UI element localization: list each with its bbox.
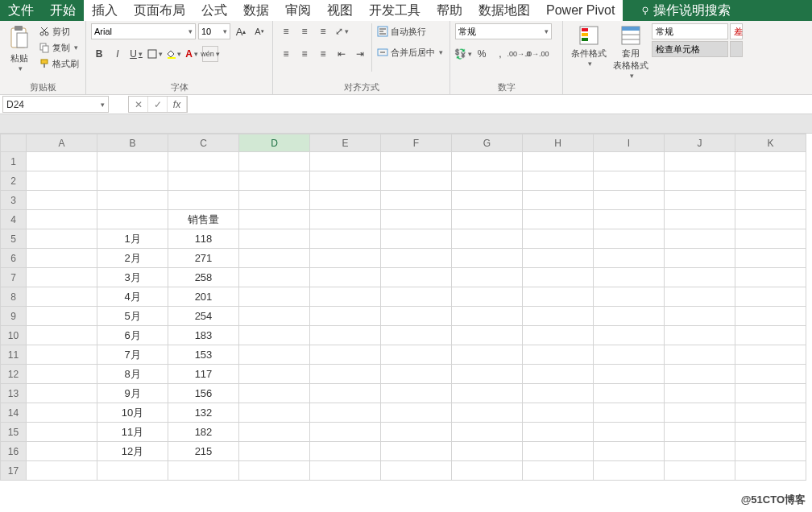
select-all-corner[interactable] (1, 134, 27, 152)
cell-E7[interactable] (310, 268, 381, 287)
menu-file[interactable]: 文件 (0, 0, 42, 21)
cell-B8[interactable]: 4月 (97, 287, 168, 307)
cell-B3[interactable] (97, 191, 168, 210)
increase-font-icon[interactable]: A▴ (233, 23, 249, 39)
cell-F4[interactable] (381, 210, 452, 229)
cell-F8[interactable] (381, 287, 452, 307)
cell-F13[interactable] (381, 384, 452, 403)
cell-B4[interactable] (97, 210, 168, 229)
number-format-combo[interactable]: 常规▾ (455, 23, 552, 39)
cell-F10[interactable] (381, 326, 452, 345)
cell-J2[interactable] (665, 171, 735, 191)
cell-C1[interactable] (168, 152, 239, 171)
cell-E17[interactable] (310, 461, 381, 481)
col-header-A[interactable]: A (27, 134, 97, 152)
name-box[interactable]: D24 ▾ (2, 96, 109, 113)
border-button[interactable]: ▾ (147, 46, 163, 62)
paste-button[interactable]: 粘贴 ▾ (5, 23, 34, 74)
cell-C5[interactable]: 118 (168, 229, 239, 249)
cell-F3[interactable] (381, 191, 452, 210)
cell-B6[interactable]: 2月 (97, 249, 168, 268)
row-header-13[interactable]: 13 (1, 384, 27, 403)
cell-H11[interactable] (523, 345, 594, 365)
percent-icon[interactable]: % (474, 46, 490, 62)
cell-J15[interactable] (665, 423, 735, 442)
cell-E8[interactable] (310, 287, 381, 307)
cell-I3[interactable] (594, 191, 665, 210)
row-header-2[interactable]: 2 (1, 171, 27, 191)
cell-A3[interactable] (27, 191, 97, 210)
cell-H8[interactable] (523, 287, 594, 307)
cell-D17[interactable] (239, 461, 310, 481)
cell-J4[interactable] (665, 210, 735, 229)
cell-K6[interactable] (735, 249, 806, 268)
cell-H3[interactable] (523, 191, 594, 210)
cell-K9[interactable] (735, 307, 806, 326)
cell-J9[interactable] (665, 307, 735, 326)
cell-C4[interactable]: 销售量 (168, 210, 239, 229)
cell-E12[interactable] (310, 365, 381, 384)
cell-G14[interactable] (452, 403, 523, 423)
cell-A13[interactable] (27, 384, 97, 403)
indent-decrease-icon[interactable]: ⇤ (334, 46, 350, 62)
row-header-5[interactable]: 5 (1, 229, 27, 249)
col-header-I[interactable]: I (594, 134, 665, 152)
menu-review[interactable]: 审阅 (277, 0, 319, 21)
cell-K3[interactable] (735, 191, 806, 210)
align-right-icon[interactable]: ≡ (315, 46, 331, 62)
cell-H15[interactable] (523, 423, 594, 442)
style-check-cell[interactable]: 检查单元格 (652, 41, 728, 57)
cell-F17[interactable] (381, 461, 452, 481)
cell-K7[interactable] (735, 268, 806, 287)
cell-F9[interactable] (381, 307, 452, 326)
cell-F7[interactable] (381, 268, 452, 287)
accept-formula-button[interactable]: ✓ (148, 97, 168, 112)
indent-increase-icon[interactable]: ⇥ (352, 46, 368, 62)
italic-button[interactable]: I (110, 46, 126, 62)
cell-G7[interactable] (452, 268, 523, 287)
col-header-C[interactable]: C (168, 134, 239, 152)
format-painter-button[interactable]: 格式刷 (37, 56, 81, 72)
cell-C9[interactable]: 254 (168, 307, 239, 326)
cell-E6[interactable] (310, 249, 381, 268)
cell-D11[interactable] (239, 345, 310, 365)
cell-B15[interactable]: 11月 (97, 423, 168, 442)
cell-C15[interactable]: 182 (168, 423, 239, 442)
cell-A14[interactable] (27, 403, 97, 423)
cell-A15[interactable] (27, 423, 97, 442)
cell-I14[interactable] (594, 403, 665, 423)
cell-G15[interactable] (452, 423, 523, 442)
cell-K2[interactable] (735, 171, 806, 191)
cell-D5[interactable] (239, 229, 310, 249)
cell-G10[interactable] (452, 326, 523, 345)
cell-E10[interactable] (310, 326, 381, 345)
cell-J17[interactable] (665, 461, 735, 481)
cell-G2[interactable] (452, 171, 523, 191)
cell-J11[interactable] (665, 345, 735, 365)
row-header-4[interactable]: 4 (1, 210, 27, 229)
cell-B12[interactable]: 8月 (97, 365, 168, 384)
cell-A8[interactable] (27, 287, 97, 307)
cell-A4[interactable] (27, 210, 97, 229)
menu-power-pivot[interactable]: Power Pivot (538, 0, 623, 21)
row-header-6[interactable]: 6 (1, 249, 27, 268)
cell-J6[interactable] (665, 249, 735, 268)
cell-G8[interactable] (452, 287, 523, 307)
cell-H6[interactable] (523, 249, 594, 268)
col-header-D[interactable]: D (239, 134, 310, 152)
cell-J16[interactable] (665, 442, 735, 461)
cell-D14[interactable] (239, 403, 310, 423)
cell-I5[interactable] (594, 229, 665, 249)
cell-A6[interactable] (27, 249, 97, 268)
cell-I16[interactable] (594, 442, 665, 461)
row-header-7[interactable]: 7 (1, 268, 27, 287)
col-header-G[interactable]: G (452, 134, 523, 152)
cell-H14[interactable] (523, 403, 594, 423)
cell-G11[interactable] (452, 345, 523, 365)
cell-A1[interactable] (27, 152, 97, 171)
cell-I12[interactable] (594, 365, 665, 384)
cell-K14[interactable] (735, 403, 806, 423)
conditional-format-button[interactable]: 条件格式▾ (568, 23, 610, 69)
cell-A9[interactable] (27, 307, 97, 326)
cell-B1[interactable] (97, 152, 168, 171)
